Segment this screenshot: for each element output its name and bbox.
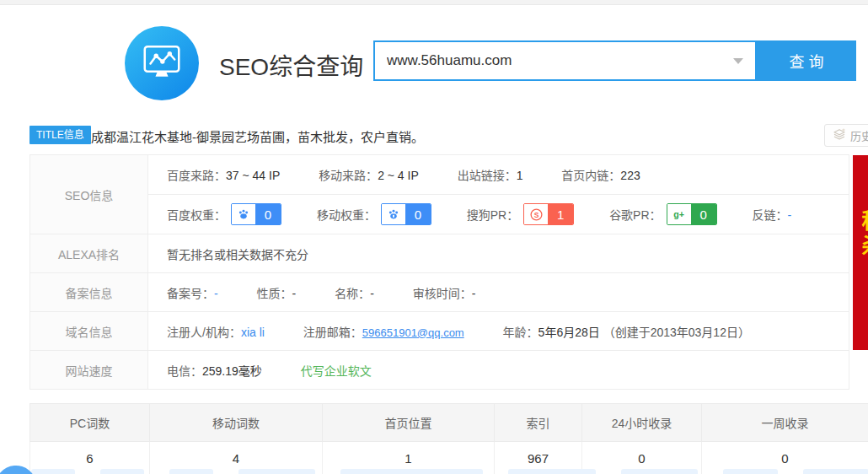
keyword-tag[interactable]: 苗木	[100, 469, 144, 474]
seo-weights-row: 百度权重： 0 移动权重： 0 搜狗PR： S1 谷歌PR： g+0 反链：-	[148, 195, 849, 234]
svg-text:S: S	[533, 210, 538, 218]
keyword-tag-row: 花木 苗木 苗圃 四川苗圃地 苗木苗圃和绿化苗木大全 梅花苗圃基地 公苗圃大全 …	[31, 469, 868, 474]
col-week-collect: 一周收录	[702, 404, 868, 442]
keyword-stats-table: PC词数 移动词数 首页位置 索引 24小时收录 一周收录 6 4 1 967 …	[29, 403, 868, 474]
registrant-email: 注册邮箱：596651901@qq.com	[303, 326, 464, 339]
outbound-links: 出站链接：1	[458, 169, 523, 182]
app-logo	[125, 26, 199, 100]
site-title-text: 成都温江花木基地-御景园艺场苗圃，苗木批发，农户直销。	[91, 127, 424, 145]
search-input[interactable]	[373, 40, 757, 81]
svg-text:g+: g+	[673, 209, 684, 219]
baidu-weight-badge[interactable]: 百度权重： 0	[167, 203, 281, 225]
registrant: 注册人/机构：xia li	[167, 326, 265, 339]
keyword-tag[interactable]: 四川苗圃地	[238, 469, 315, 474]
row-label-speed: 网站速度	[30, 351, 148, 390]
col-24h-collect: 24小时收录	[582, 404, 702, 442]
baidu-paw-icon	[232, 204, 255, 224]
alexa-value: 暂无排名或相关数据不充分	[167, 248, 308, 261]
icp-name: 名称：-	[335, 287, 374, 300]
col-homepage-position: 首页位置	[323, 404, 495, 442]
side-ad-banner[interactable]: 秒杀	[853, 155, 868, 350]
query-button[interactable]: 查 询	[757, 40, 856, 81]
keyword-tag[interactable]: 盟西苗	[723, 469, 778, 474]
icp-row: 备案号：- 性质：- 名称：- 审核时间：-	[148, 273, 849, 312]
col-index: 索引	[495, 404, 582, 442]
title-info-badge: TITLE信息	[29, 126, 91, 144]
chevron-down-icon[interactable]	[733, 58, 743, 64]
icp-nature: 性质：-	[257, 287, 297, 300]
row-label-icp: 备案信息	[30, 273, 148, 312]
search-bar: 查 询	[373, 40, 856, 81]
keyword-tag[interactable]: 苗圃	[169, 469, 213, 474]
baidu-mobile-paw-icon	[382, 204, 405, 224]
keyword-tag[interactable]: 梅花苗圃基地	[508, 469, 596, 474]
baidu-traffic: 百度来路：37 ~ 44 IP	[167, 169, 280, 182]
ad-banner-text: 秒杀	[855, 209, 868, 260]
domain-age: 年龄：5年6月28日 （创建于2013年03月12日）	[503, 326, 750, 339]
google-plus-icon: g+	[667, 204, 691, 224]
keyword-tag[interactable]: 公苗圃大全	[621, 469, 698, 474]
homepage-inlinks: 首页内链：223	[561, 169, 640, 182]
backlinks: 反链：-	[752, 208, 791, 222]
col-pc-words: PC词数	[30, 404, 150, 442]
sogou-pr-badge[interactable]: 搜狗PR： S1	[467, 203, 574, 225]
ad-text-link[interactable]: 代写企业软文	[301, 364, 372, 378]
seo-traffic-row: 百度来路：37 ~ 44 IP 移动来路：2 ~ 4 IP 出站链接：1 首页内…	[148, 155, 849, 195]
top-strip	[0, 0, 868, 5]
telecom-speed: 电信：259.19毫秒	[167, 364, 262, 378]
row-label-alexa: ALEXA排名	[30, 234, 148, 273]
stats-header-row: PC词数 移动词数 首页位置 索引 24小时收录 一周收录	[30, 404, 868, 442]
icp-number: 备案号：-	[167, 287, 218, 300]
keyword-tag[interactable]: 苗木苗圃和绿化苗木大全	[340, 469, 483, 474]
keyword-tag[interactable]: 花木	[31, 469, 75, 474]
icp-audit-time: 审核时间：-	[413, 287, 476, 300]
sogou-s-icon: S	[524, 204, 548, 224]
mobile-traffic: 移动来路：2 ~ 4 IP	[319, 169, 419, 182]
history-button[interactable]: 历史	[824, 124, 868, 147]
google-pr-badge[interactable]: 谷歌PR： g+0	[609, 203, 716, 225]
layers-icon	[833, 127, 846, 143]
email-link[interactable]: 596651901@qq.com	[362, 326, 464, 339]
alexa-row: 暂无排名或相关数据不充分	[148, 234, 849, 273]
keyword-tag[interactable]: 苗木大全	[803, 469, 868, 474]
row-label-domain: 域名信息	[30, 312, 148, 351]
speed-row: 电信：259.19毫秒 代写企业软文	[148, 351, 849, 390]
mobile-weight-badge[interactable]: 移动权重： 0	[317, 203, 431, 225]
history-button-label: 历史	[850, 127, 868, 143]
monitor-chart-icon	[139, 39, 185, 88]
seo-summary-table: SEO信息 百度来路：37 ~ 44 IP 移动来路：2 ~ 4 IP 出站链接…	[29, 154, 849, 390]
page-title: SEO综合查询	[219, 48, 363, 82]
row-label-seo-info: SEO信息	[30, 155, 148, 234]
domain-row: 注册人/机构：xia li 注册邮箱：596651901@qq.com 年龄：5…	[148, 312, 849, 351]
col-mobile-words: 移动词数	[150, 404, 323, 442]
